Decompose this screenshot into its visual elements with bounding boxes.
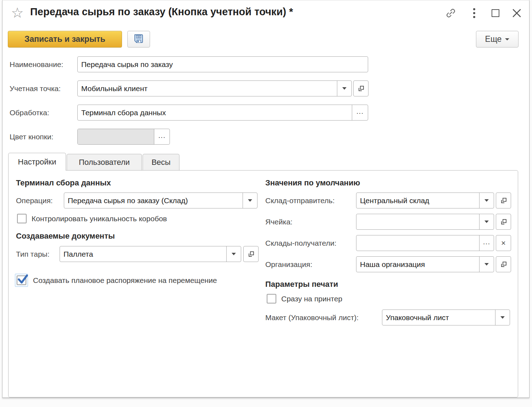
sender-warehouse-label: Склад-отправитель: xyxy=(265,193,335,208)
button-color-field-wrap: ... xyxy=(77,129,170,145)
print-section-header: Параметры печати xyxy=(265,280,338,289)
organization-field-wrap xyxy=(356,256,494,272)
save-button[interactable] xyxy=(127,31,150,48)
organization-label: Организация: xyxy=(265,256,312,272)
open-icon xyxy=(500,261,508,268)
name-label: Наименование: xyxy=(10,56,63,72)
save-and-close-button[interactable]: Записать и закрыть xyxy=(8,31,122,48)
receiver-warehouses-clear-button[interactable]: × xyxy=(496,235,511,251)
sender-warehouse-dropdown-button[interactable] xyxy=(479,193,494,208)
dropdown-arrow-icon xyxy=(484,263,489,266)
floppy-disk-icon xyxy=(133,33,144,46)
organization-open-button[interactable] xyxy=(496,256,511,272)
open-icon xyxy=(247,250,255,258)
layout-label: Макет (Упаковочный лист): xyxy=(265,310,359,325)
account-point-field-wrap xyxy=(77,80,352,96)
processing-choose-button[interactable]: ... xyxy=(352,105,368,120)
dropdown-arrow-icon xyxy=(500,316,505,319)
checkbox-checked-icon xyxy=(17,275,26,285)
account-point-input[interactable] xyxy=(78,81,337,96)
print-immediately-checkbox[interactable]: Сразу на принтер xyxy=(267,294,342,303)
control-unique-boxes-label: Контролировать уникальность коробов xyxy=(32,214,167,223)
receiver-warehouses-input[interactable] xyxy=(356,235,479,251)
operation-dropdown-button[interactable] xyxy=(243,193,257,208)
checkbox-unchecked-icon xyxy=(17,214,27,223)
operation-label: Операция: xyxy=(16,193,53,208)
button-color-swatch[interactable] xyxy=(78,129,154,144)
link-icon[interactable] xyxy=(444,7,457,19)
docs-section-header: Создаваемые документы xyxy=(16,232,115,241)
account-point-open-button[interactable] xyxy=(353,80,368,96)
more-button[interactable]: Еще xyxy=(476,31,519,48)
container-type-label: Тип тары: xyxy=(16,246,50,262)
layout-dropdown-button[interactable] xyxy=(495,310,510,325)
dropdown-arrow-icon xyxy=(248,199,252,202)
tab-scales-label: Весы xyxy=(151,158,171,167)
favorite-star-icon[interactable]: ☆ xyxy=(10,5,25,21)
sender-warehouse-input[interactable] xyxy=(356,193,479,208)
layout-field-wrap xyxy=(382,310,510,325)
account-point-label: Учетная точка: xyxy=(10,80,61,96)
print-immediately-label: Сразу на принтер xyxy=(281,295,342,303)
tab-scales[interactable]: Весы xyxy=(143,154,179,171)
container-type-field-wrap xyxy=(60,246,241,262)
more-button-label: Еще xyxy=(485,34,502,44)
page-title: Передача сырья по заказу (Кнопка учетной… xyxy=(30,6,293,18)
container-type-dropdown-button[interactable] xyxy=(226,246,241,262)
kebab-menu-icon[interactable] xyxy=(468,7,481,19)
defaults-section-header: Значения по умолчанию xyxy=(265,178,360,188)
receiver-warehouses-choose-button[interactable]: ... xyxy=(479,235,494,251)
name-field-wrap xyxy=(77,56,368,72)
cell-field-wrap xyxy=(356,214,494,230)
open-icon xyxy=(500,197,508,205)
dropdown-arrow-icon xyxy=(484,221,489,223)
organization-dropdown-button[interactable] xyxy=(479,257,494,272)
dropdown-arrow-icon xyxy=(342,87,347,90)
ellipsis-icon: ... xyxy=(483,238,491,246)
button-color-label: Цвет кнопки: xyxy=(10,129,53,145)
chevron-down-icon xyxy=(505,38,509,40)
ellipsis-icon: ... xyxy=(158,131,166,140)
container-type-input[interactable] xyxy=(60,246,226,262)
checkbox-unchecked-icon xyxy=(267,294,276,303)
account-point-dropdown-button[interactable] xyxy=(337,81,351,96)
maximize-icon[interactable] xyxy=(489,7,502,19)
operation-field-wrap xyxy=(64,193,257,208)
processing-label: Обработка: xyxy=(10,105,49,121)
dropdown-arrow-icon xyxy=(484,199,489,202)
tab-settings[interactable]: Настройки xyxy=(8,153,66,171)
sender-warehouse-open-button[interactable] xyxy=(496,193,511,208)
create-planned-order-checkbox[interactable]: Создавать плановое распоряжение на перем… xyxy=(15,274,217,287)
cell-label: Ячейка: xyxy=(265,214,293,230)
tsd-section-header: Терминал сбора данных xyxy=(16,178,111,188)
tab-settings-label: Настройки xyxy=(18,157,56,167)
control-unique-boxes-checkbox[interactable]: Контролировать уникальность коробов xyxy=(17,214,167,223)
sender-warehouse-field-wrap xyxy=(356,193,494,208)
operation-input[interactable] xyxy=(64,193,243,208)
checkmark-icon xyxy=(18,273,29,286)
checkbox-focus-ring xyxy=(15,274,28,287)
ellipsis-icon: ... xyxy=(356,107,364,116)
cell-dropdown-button[interactable] xyxy=(479,214,494,229)
form-window: ☆ Передача сырья по заказу (Кнопка учетн… xyxy=(2,0,530,398)
close-icon[interactable] xyxy=(510,7,523,19)
receiver-warehouses-field-wrap: ... xyxy=(356,235,494,251)
layout-input[interactable] xyxy=(382,310,495,325)
processing-field-wrap: ... xyxy=(77,105,368,121)
organization-input[interactable] xyxy=(356,257,479,272)
dropdown-arrow-icon xyxy=(232,253,236,255)
open-icon xyxy=(357,85,365,93)
create-planned-order-label: Создавать плановое распоряжение на перем… xyxy=(33,276,217,285)
tab-users[interactable]: Пользователи xyxy=(67,154,142,171)
name-input[interactable] xyxy=(78,57,368,72)
processing-input[interactable] xyxy=(78,105,352,120)
cell-input[interactable] xyxy=(356,214,479,229)
tab-users-label: Пользователи xyxy=(79,158,130,167)
open-icon xyxy=(500,218,508,226)
cell-open-button[interactable] xyxy=(496,214,511,230)
clear-x-icon: × xyxy=(501,239,506,248)
receiver-warehouses-label: Склады-получатели: xyxy=(265,235,337,251)
button-color-choose-button[interactable]: ... xyxy=(154,129,170,144)
container-type-open-button[interactable] xyxy=(243,246,259,262)
